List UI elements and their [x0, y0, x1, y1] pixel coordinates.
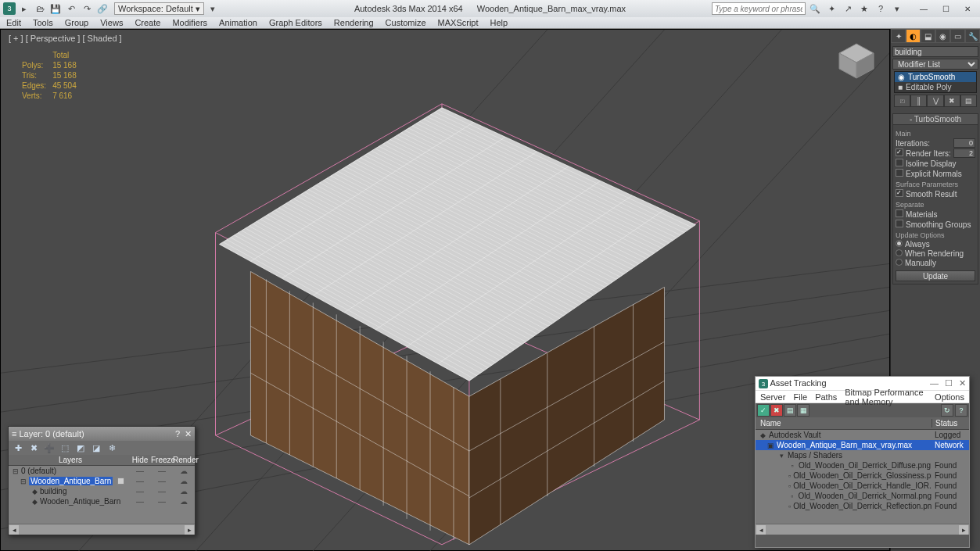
scroll-right-icon[interactable]: ▸	[959, 525, 968, 535]
menu-edit[interactable]: Edit	[6, 18, 21, 27]
render-iters-spinner[interactable]	[953, 148, 975, 158]
asset-menu-paths[interactable]: Paths	[815, 392, 837, 402]
menu-tools[interactable]: Tools	[33, 18, 53, 27]
redo-icon[interactable]: ↷	[80, 2, 94, 16]
favorite-icon[interactable]: ★	[857, 2, 871, 16]
col-status[interactable]: Status	[932, 419, 969, 428]
col-layers[interactable]: Layers	[9, 456, 129, 464]
help2-icon[interactable]: ?	[955, 404, 967, 417]
hide-icon[interactable]: ◪	[90, 442, 102, 454]
asset-dialog[interactable]: 3 Asset Tracking —☐✕ Server File Paths B…	[755, 376, 970, 548]
asset-row[interactable]: ▫Old_Wooden_Oil_Derrick_Glossiness.pngFo…	[756, 470, 969, 481]
menu-help[interactable]: Help	[490, 18, 508, 27]
always-radio[interactable]	[896, 240, 903, 247]
tab-create[interactable]: ✦	[891, 29, 906, 43]
manually-radio[interactable]	[896, 259, 903, 266]
layer-row[interactable]: ◆Wooden_Antique_Barn——☁	[9, 496, 195, 506]
menu-grapheditors[interactable]: Graph Editors	[269, 18, 322, 27]
render-iters-checkbox[interactable]	[896, 148, 903, 156]
maximize-button[interactable]: ☐	[935, 1, 957, 16]
tab-motion[interactable]: ◉	[935, 29, 950, 43]
search-input[interactable]	[712, 2, 806, 15]
iterations-spinner[interactable]	[953, 138, 975, 148]
when-render-radio[interactable]	[896, 249, 903, 256]
col-freeze[interactable]: Freeze	[151, 456, 173, 464]
workspace-extra-icon[interactable]: ▾	[206, 2, 220, 16]
unique-button[interactable]: ⋁	[927, 95, 943, 107]
object-name-input[interactable]	[892, 46, 978, 57]
asset-hscroll[interactable]: ◂▸	[756, 524, 969, 535]
app-icon[interactable]: 3	[3, 2, 16, 15]
new-layer-icon[interactable]: ✚	[12, 442, 24, 454]
select-hl-icon[interactable]: ⬚	[59, 442, 71, 454]
status-icon[interactable]: ↻	[941, 404, 953, 417]
tab-utilities[interactable]: 🔧	[965, 29, 980, 43]
exchange-icon[interactable]: ↗	[841, 2, 855, 16]
asset-menu-bitmap[interactable]: Bitmap Performance and Memory	[845, 388, 927, 406]
delete-layer-icon[interactable]: ✖	[27, 442, 40, 454]
open-icon[interactable]: 🗁	[33, 2, 47, 16]
menu-maxscript[interactable]: MAXScript	[438, 18, 479, 27]
menu-group[interactable]: Group	[65, 18, 89, 27]
new-icon[interactable]: ▸	[17, 2, 31, 16]
remove-button[interactable]: ✖	[944, 95, 960, 107]
show-end-button[interactable]: ║	[910, 95, 927, 107]
col-hide[interactable]: Hide	[129, 456, 151, 464]
asset-row[interactable]: ▫Old_Wooden_Oil_Derrick_Handle_IOR.pngFo…	[756, 481, 969, 491]
layer-hscroll[interactable]: ◂▸	[9, 524, 195, 535]
refresh-icon[interactable]: ✓	[757, 404, 770, 417]
scroll-right-icon[interactable]: ▸	[185, 525, 194, 535]
viewcube[interactable]	[833, 38, 880, 84]
subscription-icon[interactable]: ✦	[824, 2, 838, 16]
update-button[interactable]: Update	[896, 270, 975, 281]
modifier-list[interactable]: Modifier List	[892, 59, 978, 70]
link-icon[interactable]: 🔗	[95, 2, 109, 16]
help-dd-icon[interactable]: ▾	[890, 2, 904, 16]
save-icon[interactable]: 💾	[48, 2, 63, 16]
layer-row[interactable]: ⊟0 (default)——☁	[9, 466, 195, 476]
help-icon[interactable]: ?	[175, 429, 180, 439]
scroll-left-icon[interactable]: ◂	[9, 525, 19, 535]
menu-modifiers[interactable]: Modifiers	[172, 18, 207, 27]
tab-display[interactable]: ▭	[950, 29, 965, 43]
tab-hierarchy[interactable]: ⬓	[921, 29, 935, 43]
list-icon[interactable]: ▦	[797, 404, 809, 417]
asset-row[interactable]: ▫Old_Wooden_Oil_Derrick_Diffuse.pngFound	[756, 460, 969, 470]
stop-icon[interactable]: ✖	[770, 404, 783, 417]
tab-modify[interactable]: ◐	[906, 29, 921, 43]
modifier-stack[interactable]: ◉TurboSmooth ■Editable Poly	[894, 71, 977, 93]
maximize-icon[interactable]: ☐	[945, 378, 953, 388]
undo-icon[interactable]: ↶	[64, 2, 78, 16]
scroll-left-icon[interactable]: ◂	[756, 525, 766, 535]
asset-row[interactable]: ▫Old_Wooden_Oil_Derrick_Normal.pngFound	[756, 491, 969, 501]
asset-menu-file[interactable]: File	[793, 392, 807, 402]
menu-animation[interactable]: Animation	[219, 18, 257, 27]
hl-sel-icon[interactable]: ◩	[74, 442, 87, 454]
asset-row[interactable]: ▣Wooden_Antique_Barn_max_vray.maxNetwork	[756, 440, 969, 450]
minimize-button[interactable]: —	[913, 1, 935, 16]
asset-menu-server[interactable]: Server	[760, 392, 785, 402]
workspace-selector[interactable]: Workspace: Default ▾	[114, 2, 204, 15]
asset-row[interactable]: ▾Maps / Shaders	[756, 450, 969, 460]
explicit-checkbox[interactable]	[896, 169, 903, 177]
tree-icon[interactable]: ▤	[784, 404, 796, 417]
col-name[interactable]: Name	[756, 419, 932, 428]
close-button[interactable]: ✕	[957, 1, 978, 16]
rollout-turbosmooth[interactable]: - TurboSmooth	[892, 113, 978, 125]
close-icon[interactable]: ✕	[185, 429, 192, 439]
menu-views[interactable]: Views	[100, 18, 123, 27]
materials-checkbox[interactable]	[896, 209, 903, 217]
col-render[interactable]: Render	[173, 456, 195, 464]
layer-row[interactable]: ⊟Wooden_Antique_Barn——☁	[9, 476, 195, 486]
minimize-icon[interactable]: —	[930, 378, 939, 388]
menu-create[interactable]: Create	[135, 18, 160, 27]
asset-row[interactable]: ▫Old_Wooden_Oil_Derrick_Reflection.pngFo…	[756, 501, 969, 511]
menu-rendering[interactable]: Rendering	[334, 18, 374, 27]
menu-customize[interactable]: Customize	[386, 18, 426, 27]
layer-row[interactable]: ◆building——☁	[9, 486, 195, 496]
smgroups-checkbox[interactable]	[896, 220, 903, 227]
isoline-checkbox[interactable]	[896, 159, 903, 166]
freeze-icon[interactable]: ❄	[106, 442, 118, 454]
close-icon[interactable]: ✕	[959, 378, 966, 388]
asset-row[interactable]: ◆Autodesk VaultLogged	[756, 430, 969, 440]
